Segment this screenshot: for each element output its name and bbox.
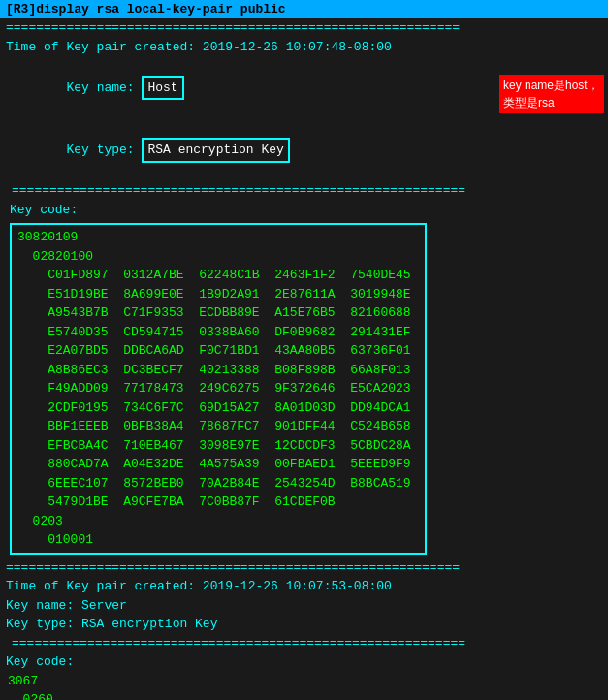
command-text: [R3]display rsa local-key-pair public [6,2,286,16]
section-1: Time of Key pair created: 2019-12-26 10:… [0,38,608,201]
kc-line-14: 5479D1BE A9CFE7BA 7C0BB87F 61CDEF0B [17,493,419,512]
divider-2: ========================================… [0,558,608,578]
kc-line-3: E51D19BE 8A699E0E 1B9D2A91 2E87611A 3019… [17,285,419,304]
key-name-value-1: Host [142,76,183,101]
kc-line-9: 2CDF0195 734C6F7C 69D15A27 8A01D03D DD94… [17,398,419,418]
kc-line-11: EFBCBA4C 710EB467 3098E97E 12CDCDF3 5CBD… [17,436,419,456]
key-code-block-2: 3067 0260 A679D830 E1E0F2AE D91F2824 E34… [6,672,602,701]
key-code-section-1: Key code: 30820109 02820100 C01FD897 031… [4,201,604,555]
key-name-label-1: Key name: [66,80,142,95]
annotation-host-rsa: key name是host，类型是rsa [499,75,604,113]
kc2-line-1: 0260 [8,690,602,700]
kc-line-8: F49ADD09 77178473 249C6275 9F372646 E5CA… [17,379,419,398]
key-type-line-1: Key type: RSA encryption Key [6,119,602,182]
time-line-2: Time of Key pair created: 2019-12-26 10:… [6,577,602,596]
kc-line-1: 02820100 [17,247,419,267]
kc-line-6: E2A07BD5 DDBCA6AD F0C71BD1 43AA80B5 6373… [17,341,419,361]
terminal-window: [R3]display rsa local-key-pair public ==… [0,0,608,700]
kc-line-4: A9543B7B C71F9353 ECDBB89E A15E76B5 8216… [17,303,419,323]
key-code-label-2: Key code: [6,652,602,672]
kc-line-15: 0203 [17,512,419,531]
divider-1: ========================================… [0,18,608,38]
kc-line-16: 010001 [17,530,419,550]
kc-line-12: 880CAD7A A04E32DE 4A575A39 00FBAED1 5EEE… [17,455,419,474]
kc-line-5: E5740D35 CD594715 0338BA60 DF0B9682 2914… [17,323,419,342]
key-code-block-1: 30820109 02820100 C01FD897 0312A7BE 6224… [10,223,427,555]
key-name-line-2: Key name: Server [6,596,602,616]
key-type-line-2: Key type: RSA encryption Key [6,615,602,634]
kc-line-13: 6EEEC107 8572BEB0 70A2B84E 2543254D B8BC… [17,474,419,493]
content-area: ========================================… [0,18,608,700]
kc-line-10: BBF1EEEB 0BFB38A4 78687FC7 901DFF44 C524… [17,417,419,436]
key-type-label-1: Key type: [66,143,142,157]
kc2-line-0: 3067 [8,672,602,691]
divider-3: ========================================… [6,634,602,653]
kc-line-2: C01FD897 0312A7BE 62248C1B 2463F1F2 7540… [17,266,419,285]
kc-line-7: A8B86EC3 DC3BECF7 40213388 B08F898B 66A8… [17,361,419,380]
divider-1b: ========================================… [6,181,602,201]
time-line-1: Time of Key pair created: 2019-12-26 10:… [6,38,602,57]
key-type-value-1: RSA encryption Key [142,138,289,163]
key-code-label-1: Key code: [4,201,604,220]
kc-line-0: 30820109 [17,228,419,247]
command-bar: [R3]display rsa local-key-pair public [0,0,608,18]
section-2: Time of Key pair created: 2019-12-26 10:… [0,577,608,700]
annotation1-text: key name是host，类型是rsa [503,79,599,110]
